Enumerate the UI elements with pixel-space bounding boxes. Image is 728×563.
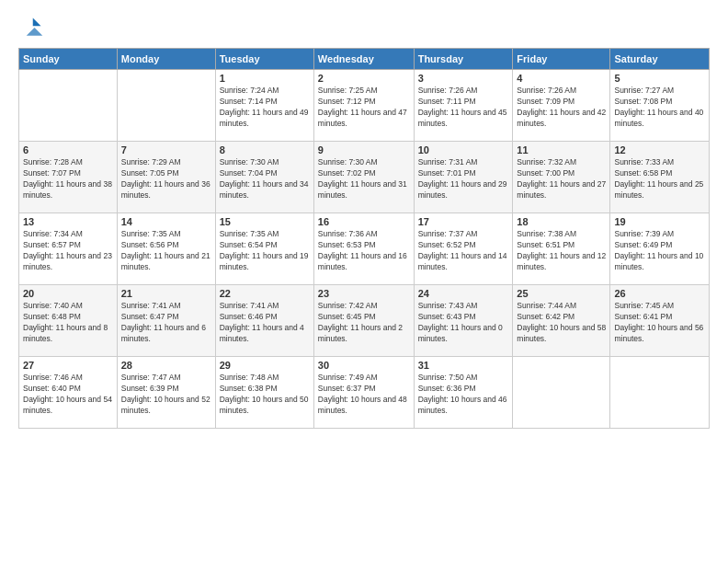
calendar-cell: 21Sunrise: 7:41 AM Sunset: 6:47 PM Dayli…	[117, 285, 215, 357]
calendar-cell: 8Sunrise: 7:30 AM Sunset: 7:04 PM Daylig…	[215, 142, 313, 213]
day-info: Sunrise: 7:39 AM Sunset: 6:49 PM Dayligh…	[614, 229, 705, 273]
calendar-cell: 27Sunrise: 7:46 AM Sunset: 6:40 PM Dayli…	[19, 357, 118, 429]
day-number: 26	[614, 288, 705, 299]
calendar-week-row: 27Sunrise: 7:46 AM Sunset: 6:40 PM Dayli…	[19, 357, 710, 429]
day-info: Sunrise: 7:30 AM Sunset: 7:04 PM Dayligh…	[220, 157, 310, 201]
calendar-week-row: 1Sunrise: 7:24 AM Sunset: 7:14 PM Daylig…	[19, 70, 710, 142]
day-info: Sunrise: 7:36 AM Sunset: 6:53 PM Dayligh…	[318, 229, 410, 273]
day-info: Sunrise: 7:35 AM Sunset: 6:56 PM Dayligh…	[121, 229, 211, 273]
calendar-cell: 11Sunrise: 7:32 AM Sunset: 7:00 PM Dayli…	[513, 142, 610, 213]
calendar-week-row: 20Sunrise: 7:40 AM Sunset: 6:48 PM Dayli…	[19, 285, 710, 357]
day-number: 31	[418, 360, 509, 371]
calendar-header: SundayMondayTuesdayWednesdayThursdayFrid…	[19, 49, 710, 70]
day-info: Sunrise: 7:25 AM Sunset: 7:12 PM Dayligh…	[318, 86, 410, 130]
calendar-cell: 24Sunrise: 7:43 AM Sunset: 6:43 PM Dayli…	[414, 285, 513, 357]
calendar-cell: 28Sunrise: 7:47 AM Sunset: 6:39 PM Dayli…	[117, 357, 215, 429]
day-number: 18	[517, 216, 606, 227]
day-info: Sunrise: 7:43 AM Sunset: 6:43 PM Dayligh…	[418, 301, 509, 345]
weekday-header: Tuesday	[215, 49, 313, 70]
calendar-cell: 4Sunrise: 7:26 AM Sunset: 7:09 PM Daylig…	[513, 70, 610, 142]
day-number: 3	[418, 73, 509, 84]
weekday-header: Sunday	[19, 49, 118, 70]
calendar-cell: 10Sunrise: 7:31 AM Sunset: 7:01 PM Dayli…	[414, 142, 513, 213]
day-number: 13	[23, 216, 113, 227]
day-info: Sunrise: 7:50 AM Sunset: 6:36 PM Dayligh…	[418, 373, 509, 417]
day-number: 14	[121, 216, 211, 227]
weekday-header: Friday	[513, 49, 610, 70]
page: SundayMondayTuesdayWednesdayThursdayFrid…	[0, 0, 728, 563]
calendar-cell: 7Sunrise: 7:29 AM Sunset: 7:05 PM Daylig…	[117, 142, 215, 213]
day-number: 15	[220, 216, 310, 227]
day-info: Sunrise: 7:26 AM Sunset: 7:09 PM Dayligh…	[517, 86, 606, 130]
logo	[18, 15, 48, 40]
day-number: 29	[220, 360, 310, 371]
day-number: 8	[220, 144, 310, 155]
day-number: 21	[121, 288, 211, 299]
calendar-cell: 16Sunrise: 7:36 AM Sunset: 6:53 PM Dayli…	[313, 213, 414, 285]
weekday-header: Wednesday	[313, 49, 414, 70]
calendar-cell: 20Sunrise: 7:40 AM Sunset: 6:48 PM Dayli…	[19, 285, 118, 357]
weekday-header: Saturday	[610, 49, 710, 70]
calendar-cell	[610, 357, 710, 429]
day-number: 11	[517, 144, 606, 155]
calendar-cell: 9Sunrise: 7:30 AM Sunset: 7:02 PM Daylig…	[313, 142, 414, 213]
logo-icon	[18, 15, 44, 40]
calendar-body: 1Sunrise: 7:24 AM Sunset: 7:14 PM Daylig…	[19, 70, 710, 429]
day-info: Sunrise: 7:40 AM Sunset: 6:48 PM Dayligh…	[23, 301, 113, 345]
calendar-cell: 23Sunrise: 7:42 AM Sunset: 6:45 PM Dayli…	[313, 285, 414, 357]
day-info: Sunrise: 7:46 AM Sunset: 6:40 PM Dayligh…	[23, 373, 113, 417]
day-number: 23	[318, 288, 410, 299]
calendar-cell: 6Sunrise: 7:28 AM Sunset: 7:07 PM Daylig…	[19, 142, 118, 213]
calendar: SundayMondayTuesdayWednesdayThursdayFrid…	[18, 48, 710, 429]
calendar-cell: 17Sunrise: 7:37 AM Sunset: 6:52 PM Dayli…	[414, 213, 513, 285]
calendar-cell: 1Sunrise: 7:24 AM Sunset: 7:14 PM Daylig…	[215, 70, 313, 142]
calendar-cell: 30Sunrise: 7:49 AM Sunset: 6:37 PM Dayli…	[313, 357, 414, 429]
day-number: 9	[318, 144, 410, 155]
day-info: Sunrise: 7:42 AM Sunset: 6:45 PM Dayligh…	[318, 301, 410, 345]
day-info: Sunrise: 7:27 AM Sunset: 7:08 PM Dayligh…	[614, 86, 705, 130]
day-number: 30	[318, 360, 410, 371]
day-info: Sunrise: 7:33 AM Sunset: 6:58 PM Dayligh…	[614, 157, 705, 201]
day-info: Sunrise: 7:44 AM Sunset: 6:42 PM Dayligh…	[517, 301, 606, 345]
day-info: Sunrise: 7:24 AM Sunset: 7:14 PM Dayligh…	[220, 86, 310, 130]
day-number: 24	[418, 288, 509, 299]
header	[18, 15, 710, 40]
weekday-header: Monday	[117, 49, 215, 70]
calendar-cell: 31Sunrise: 7:50 AM Sunset: 6:36 PM Dayli…	[414, 357, 513, 429]
day-info: Sunrise: 7:34 AM Sunset: 6:57 PM Dayligh…	[23, 229, 113, 273]
day-number: 7	[121, 144, 211, 155]
weekday-header: Thursday	[414, 49, 513, 70]
day-number: 20	[23, 288, 113, 299]
svg-marker-2	[27, 28, 43, 36]
calendar-cell	[513, 357, 610, 429]
day-number: 12	[614, 144, 705, 155]
calendar-cell: 29Sunrise: 7:48 AM Sunset: 6:38 PM Dayli…	[215, 357, 313, 429]
day-info: Sunrise: 7:29 AM Sunset: 7:05 PM Dayligh…	[121, 157, 211, 201]
day-number: 2	[318, 73, 410, 84]
day-number: 5	[614, 73, 705, 84]
weekday-row: SundayMondayTuesdayWednesdayThursdayFrid…	[19, 49, 710, 70]
day-info: Sunrise: 7:31 AM Sunset: 7:01 PM Dayligh…	[418, 157, 509, 201]
day-number: 10	[418, 144, 509, 155]
day-number: 25	[517, 288, 606, 299]
day-number: 28	[121, 360, 211, 371]
calendar-cell: 14Sunrise: 7:35 AM Sunset: 6:56 PM Dayli…	[117, 213, 215, 285]
day-info: Sunrise: 7:37 AM Sunset: 6:52 PM Dayligh…	[418, 229, 509, 273]
day-number: 19	[614, 216, 705, 227]
day-info: Sunrise: 7:49 AM Sunset: 6:37 PM Dayligh…	[318, 373, 410, 417]
day-number: 1	[220, 73, 310, 84]
calendar-cell: 19Sunrise: 7:39 AM Sunset: 6:49 PM Dayli…	[610, 213, 710, 285]
day-info: Sunrise: 7:45 AM Sunset: 6:41 PM Dayligh…	[614, 301, 705, 345]
calendar-cell: 12Sunrise: 7:33 AM Sunset: 6:58 PM Dayli…	[610, 142, 710, 213]
calendar-cell: 25Sunrise: 7:44 AM Sunset: 6:42 PM Dayli…	[513, 285, 610, 357]
svg-marker-1	[33, 18, 41, 27]
day-info: Sunrise: 7:41 AM Sunset: 6:47 PM Dayligh…	[121, 301, 211, 345]
day-number: 22	[220, 288, 310, 299]
day-info: Sunrise: 7:32 AM Sunset: 7:00 PM Dayligh…	[517, 157, 606, 201]
day-info: Sunrise: 7:48 AM Sunset: 6:38 PM Dayligh…	[220, 373, 310, 417]
calendar-cell: 22Sunrise: 7:41 AM Sunset: 6:46 PM Dayli…	[215, 285, 313, 357]
calendar-cell: 3Sunrise: 7:26 AM Sunset: 7:11 PM Daylig…	[414, 70, 513, 142]
day-info: Sunrise: 7:38 AM Sunset: 6:51 PM Dayligh…	[517, 229, 606, 273]
day-number: 27	[23, 360, 113, 371]
calendar-cell	[19, 70, 118, 142]
